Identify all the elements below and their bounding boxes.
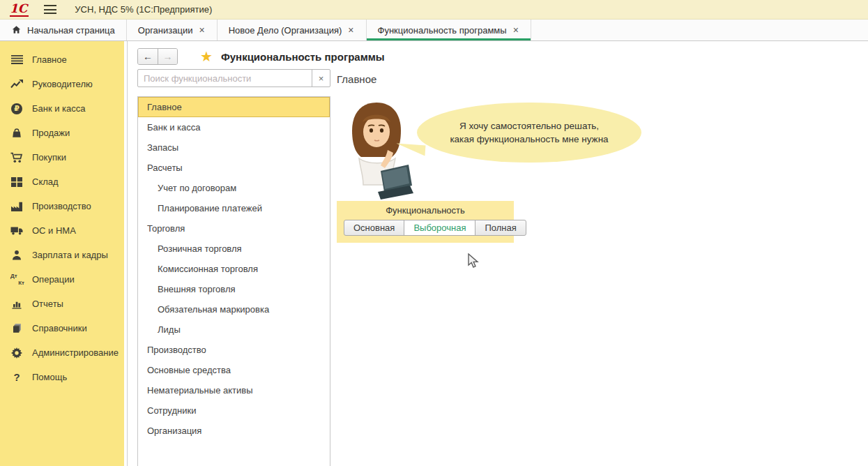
tab-novoe-delo[interactable]: Новое Дело (Организация) ×	[218, 20, 367, 40]
sidebar-item-label: Справочники	[32, 323, 87, 333]
gear-icon	[9, 347, 24, 359]
sidebar-item-pokupki[interactable]: Покупки	[0, 145, 124, 170]
window-title: УСН, НДС 5% (1С:Предприятие)	[75, 4, 212, 15]
search-input[interactable]	[138, 70, 312, 87]
sidebar-item-otchety[interactable]: Отчеты	[0, 292, 124, 316]
factory-icon	[9, 202, 24, 211]
cart-icon	[9, 152, 24, 163]
sidebar-item-sklad[interactable]: Склад	[0, 170, 124, 194]
tab-label: Организации	[138, 25, 193, 36]
1c-logo-icon: 1С	[10, 3, 29, 17]
truck-icon	[9, 226, 24, 235]
sidebar-item-pomosch[interactable]: ? Помощь	[0, 365, 124, 389]
sidebar-item-label: Отчеты	[32, 299, 63, 309]
tab-bar: Начальная страница Организации × Новое Д…	[0, 20, 868, 41]
books-icon	[9, 323, 24, 333]
speech-bubble: Я хочу самостоятельно решать, какая функ…	[417, 103, 641, 163]
close-icon[interactable]: ×	[512, 25, 519, 35]
sidebar-item-proizvodstvo[interactable]: Производство	[0, 194, 124, 218]
bag-icon	[9, 128, 24, 139]
content-area: Главное Я хочу само	[337, 73, 868, 466]
sidebar-item-bank-i-kassa[interactable]: ₽ Банк и касса	[0, 96, 124, 121]
sidebar-item-label: Администрирование	[32, 347, 119, 358]
sidebar-item-label: Операции	[32, 274, 75, 285]
close-icon[interactable]: ×	[198, 25, 205, 35]
sidebar-item-prodazhi[interactable]: Продажи	[0, 121, 124, 145]
sidebar-item-label: Покупки	[32, 152, 66, 163]
ruble-icon: ₽	[9, 103, 24, 114]
warehouse-icon	[9, 177, 24, 187]
section-heading: Главное	[337, 73, 868, 85]
sidebar-item-label: Руководителю	[32, 79, 93, 89]
person-icon	[9, 250, 24, 260]
list-item[interactable]: Организация	[138, 421, 330, 441]
sidebar-item-label: ОС и НМА	[32, 225, 76, 236]
mouse-cursor	[468, 253, 480, 271]
sidebar-item-label: Зарплата и кадры	[32, 250, 108, 260]
sidebar-item-label: Производство	[32, 201, 91, 211]
sidebar-item-label: Банк и касса	[32, 103, 86, 114]
sidebar-item-os-i-nma[interactable]: ОС и НМА	[0, 218, 124, 243]
help-icon: ?	[9, 371, 24, 383]
clear-search-icon[interactable]: ×	[312, 70, 330, 87]
tab-functionality[interactable]: Функциональность программы ×	[367, 20, 531, 40]
menu-lines-icon	[9, 55, 24, 64]
search-box: ×	[137, 69, 330, 87]
history-nav: ← →	[137, 48, 178, 65]
list-item[interactable]: Учет по договорам	[138, 178, 330, 198]
page-title: Функциональность программы	[221, 51, 385, 63]
sidebar-item-operacii[interactable]: ДтКт Операции	[0, 267, 124, 292]
list-item[interactable]: Комиссионная торговля	[138, 259, 330, 279]
functionality-panel-label: Функциональность	[344, 205, 507, 216]
title-bar: 1С УСН, НДС 5% (1С:Предприятие)	[0, 0, 868, 20]
sidebar-item-label: Продажи	[32, 128, 70, 138]
list-item[interactable]: Внешняя торговля	[138, 279, 330, 299]
list-item[interactable]: Банк и касса	[138, 117, 330, 137]
report-icon	[9, 299, 24, 309]
list-item[interactable]: Производство	[138, 340, 330, 360]
functionality-switch: Основная Выборочная Полная	[344, 220, 507, 236]
sidebar-item-glavnoe[interactable]: Главное	[0, 47, 124, 72]
option-osnovnaya-button[interactable]: Основная	[344, 220, 404, 236]
main-menu-icon[interactable]	[44, 5, 56, 14]
option-vyborochnaya-button[interactable]: Выборочная	[404, 220, 475, 236]
trend-icon	[9, 80, 24, 89]
list-item[interactable]: Лиды	[138, 320, 330, 340]
option-polnaya-button[interactable]: Полная	[475, 220, 526, 236]
sidebar-item-rukovoditelyu[interactable]: Руководителю	[0, 72, 124, 96]
list-item[interactable]: Сотрудники	[138, 400, 330, 421]
list-item[interactable]: Запасы	[138, 137, 330, 158]
sidebar-item-label: Главное	[32, 54, 67, 65]
sidebar-item-label: Склад	[32, 176, 59, 187]
sidebar-item-zarplata-i-kadry[interactable]: Зарплата и кадры	[0, 243, 124, 267]
list-item[interactable]: Главное	[138, 97, 330, 117]
list-item[interactable]: Расчеты	[138, 158, 330, 178]
tab-label: Новое Дело (Организация)	[229, 25, 342, 36]
home-icon	[11, 25, 22, 35]
sidebar-item-spravochniki[interactable]: Справочники	[0, 316, 124, 340]
tab-label: Функциональность программы	[378, 25, 507, 36]
workspace: ← → ★ Функциональность программы × Главн…	[127, 41, 868, 466]
tab-home[interactable]: Начальная страница	[0, 20, 127, 40]
close-icon[interactable]: ×	[347, 25, 354, 35]
list-item[interactable]: Торговля	[138, 218, 330, 239]
section-sidebar: Главное Руководителю ₽ Банк и касса Прод…	[0, 41, 124, 466]
application-window: 1С УСН, НДС 5% (1С:Предприятие) Начальна…	[0, 0, 868, 466]
favorite-star-icon[interactable]: ★	[200, 50, 213, 63]
list-item[interactable]: Нематериальные активы	[138, 380, 330, 400]
form-header: ← → ★ Функциональность программы	[137, 48, 385, 65]
back-button[interactable]: ←	[138, 49, 158, 64]
list-item[interactable]: Обязательная маркировка	[138, 299, 330, 320]
tab-label: Начальная страница	[27, 25, 115, 36]
list-item[interactable]: Розничная торговля	[138, 239, 330, 259]
dtkt-icon: ДтКт	[9, 273, 24, 285]
tab-organizations[interactable]: Организации ×	[127, 20, 218, 40]
functionality-panel: Функциональность Основная Выборочная Пол…	[337, 201, 514, 243]
speech-bubble-text: Я хочу самостоятельно решать,	[459, 119, 599, 133]
speech-bubble-text: какая функциональность мне нужна	[450, 133, 608, 146]
list-item[interactable]: Планирование платежей	[138, 198, 330, 218]
forward-button[interactable]: →	[158, 49, 177, 64]
list-item[interactable]: Основные средства	[138, 360, 330, 380]
sidebar-item-administrirovanie[interactable]: Администрирование	[0, 340, 124, 365]
functionality-category-list: Главное Банк и касса Запасы Расчеты Учет…	[137, 96, 330, 466]
